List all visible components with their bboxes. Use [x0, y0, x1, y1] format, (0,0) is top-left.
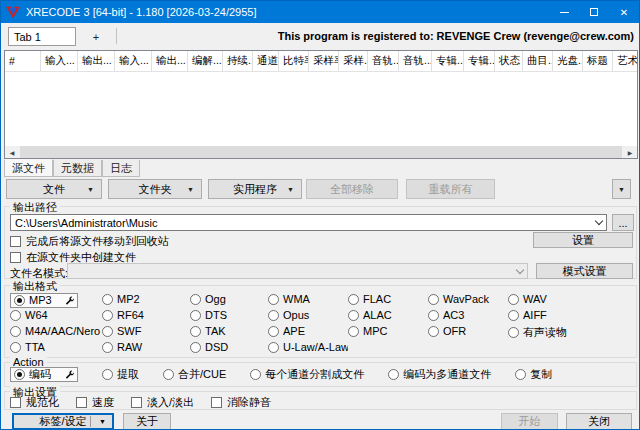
format-option-mp2[interactable]: MP2: [102, 293, 140, 305]
column-header-10[interactable]: 采样率: [309, 51, 339, 71]
format-cell: ALAC: [348, 309, 428, 323]
utilities-button[interactable]: 实用程序 ▼: [208, 179, 302, 199]
wrench-icon[interactable]: [65, 370, 74, 379]
output-setting-3[interactable]: 淡入/淡出: [131, 395, 194, 410]
maximize-button[interactable]: [579, 1, 609, 23]
column-header-4[interactable]: 输入...: [115, 51, 152, 71]
folder-button[interactable]: 文件夹 ▼: [108, 179, 202, 199]
format-option-tta[interactable]: TTA: [10, 341, 45, 353]
wrench-icon[interactable]: [65, 296, 74, 305]
format-option-wma[interactable]: WMA: [268, 293, 310, 305]
action-option-6[interactable]: 复制: [515, 367, 552, 382]
column-header-1[interactable]: #: [5, 51, 41, 71]
output-setting-1[interactable]: 规范化: [10, 395, 59, 410]
column-header-15[interactable]: 专辑...: [464, 51, 495, 71]
tab-1[interactable]: Tab 1: [8, 27, 76, 46]
xrecode-window: XRECODE 3 [64-bit] - 1.180 [2026-03-24/2…: [0, 0, 640, 430]
output-path-combobox[interactable]: C:\Users\Administrator\Music: [10, 214, 607, 231]
scroll-left-icon[interactable]: ◀: [5, 146, 19, 158]
format-option-m4a-aac-nero[interactable]: M4A/AAC/Nero: [10, 325, 100, 337]
tags-settings-button[interactable]: 标签/设定 ▼: [12, 413, 114, 430]
format-option-2-6[interactable]: 有声读物: [508, 325, 567, 340]
column-header-3[interactable]: 输出...: [78, 51, 115, 71]
output-setting-2[interactable]: 速度: [76, 395, 114, 410]
view-tab-2[interactable]: 元数据: [53, 160, 102, 177]
output-settings-row: 规范化速度淡入/淡出消除静音: [10, 395, 271, 410]
column-header-17[interactable]: 曲目...: [523, 51, 553, 71]
close-window-button[interactable]: 关闭: [566, 413, 632, 430]
action-option-5[interactable]: 编码为多通道文件: [388, 367, 491, 382]
format-options-grid: MP3MP2OggWMAFLACWavPackWAVW64RF64DTSOpus…: [10, 292, 632, 356]
action-option-4[interactable]: 每个通道分割成文件: [250, 367, 364, 382]
format-option-mp3-selected-box[interactable]: MP3: [10, 293, 78, 308]
format-option-wavpack[interactable]: WavPack: [428, 293, 489, 305]
format-option-ape[interactable]: APE: [268, 325, 305, 337]
scrollbar-thumb[interactable]: [19, 146, 623, 158]
format-option-mp3[interactable]: MP3: [14, 294, 52, 306]
column-header-9[interactable]: 比特率: [279, 51, 309, 71]
column-header-11[interactable]: 采样...: [339, 51, 368, 71]
move-to-recycle-checkbox[interactable]: 完成后将源文件移动到回收站: [10, 234, 169, 249]
radio-icon: [428, 326, 439, 337]
column-header-12[interactable]: 音轨...: [368, 51, 399, 71]
format-option-flac[interactable]: FLAC: [348, 293, 391, 305]
format-option-ac3[interactable]: AC3: [428, 309, 464, 321]
column-header-19[interactable]: 标题: [583, 51, 613, 71]
column-header-2[interactable]: 输入...: [41, 51, 78, 71]
format-option-aiff[interactable]: AIFF: [508, 309, 547, 321]
format-option-tak[interactable]: TAK: [190, 325, 226, 337]
format-option-alac[interactable]: ALAC: [348, 309, 392, 321]
chevron-down-icon[interactable]: [595, 217, 603, 225]
format-option-wma-label: WMA: [283, 293, 310, 305]
about-button[interactable]: 关于: [123, 413, 171, 430]
format-option-wav[interactable]: WAV: [508, 293, 547, 305]
format-cell: TTA: [10, 341, 102, 355]
column-header-16[interactable]: 状态: [495, 51, 523, 71]
checkbox-icon: [131, 397, 142, 408]
view-tab-1[interactable]: 源文件: [4, 159, 53, 177]
pattern-settings-button[interactable]: 模式设置: [536, 263, 633, 279]
format-option-swf[interactable]: SWF: [102, 325, 141, 337]
format-cell: TAK: [190, 325, 268, 339]
titlebar[interactable]: XRECODE 3 [64-bit] - 1.180 [2026-03-24/2…: [1, 1, 639, 23]
column-header-20[interactable]: 艺术家: [613, 51, 637, 71]
scroll-right-icon[interactable]: ▶: [623, 146, 637, 158]
format-option-dsd[interactable]: DSD: [190, 341, 228, 353]
minimize-button[interactable]: [549, 1, 579, 23]
action-option-1-selected-box[interactable]: 编码: [10, 367, 78, 382]
format-option-u-law-a-law[interactable]: U-Law/A-Law: [268, 341, 348, 353]
format-option-mpc[interactable]: MPC: [348, 325, 387, 337]
column-header-8[interactable]: 通道: [253, 51, 279, 71]
close-button[interactable]: ✕: [609, 1, 639, 23]
action-option-2[interactable]: 提取: [102, 367, 139, 382]
format-option-w64[interactable]: W64: [10, 309, 48, 321]
column-header-18[interactable]: 光盘...: [553, 51, 583, 71]
format-option-dts[interactable]: DTS: [190, 309, 227, 321]
more-options-button[interactable]: ▼: [612, 179, 631, 199]
column-header-14[interactable]: 专辑...: [432, 51, 464, 71]
action-option-1[interactable]: 编码: [14, 367, 51, 382]
chevron-down-icon: ▼: [99, 418, 106, 425]
file-list[interactable]: #输入...输出...输入...输出...编解...持续...通道比特率采样率采…: [4, 50, 638, 159]
horizontal-scrollbar[interactable]: ◀ ▶: [5, 146, 637, 158]
output-settings-button[interactable]: 设置: [533, 232, 633, 248]
column-header-13[interactable]: 音轨...: [399, 51, 432, 71]
radio-icon: [190, 294, 201, 305]
file-list-body[interactable]: [5, 72, 637, 146]
output-setting-4[interactable]: 消除静音: [211, 395, 271, 410]
chevron-down-icon: [516, 265, 524, 273]
add-tab-button[interactable]: +: [85, 27, 107, 46]
output-setting-label-2: 速度: [92, 395, 114, 410]
action-option-cue[interactable]: 合并/CUE: [163, 367, 226, 382]
file-button[interactable]: 文件 ▼: [6, 179, 102, 199]
format-option-raw[interactable]: RAW: [102, 341, 142, 353]
format-option-opus[interactable]: Opus: [268, 309, 309, 321]
column-header-7[interactable]: 持续...: [223, 51, 253, 71]
browse-button[interactable]: ...: [612, 214, 634, 231]
format-option-ogg[interactable]: Ogg: [190, 293, 226, 305]
column-header-6[interactable]: 编解...: [188, 51, 223, 71]
view-tab-3[interactable]: 日志: [102, 160, 140, 177]
format-option-ofr[interactable]: OFR: [428, 325, 466, 337]
column-header-5[interactable]: 输出...: [152, 51, 188, 71]
format-option-rf64[interactable]: RF64: [102, 309, 144, 321]
